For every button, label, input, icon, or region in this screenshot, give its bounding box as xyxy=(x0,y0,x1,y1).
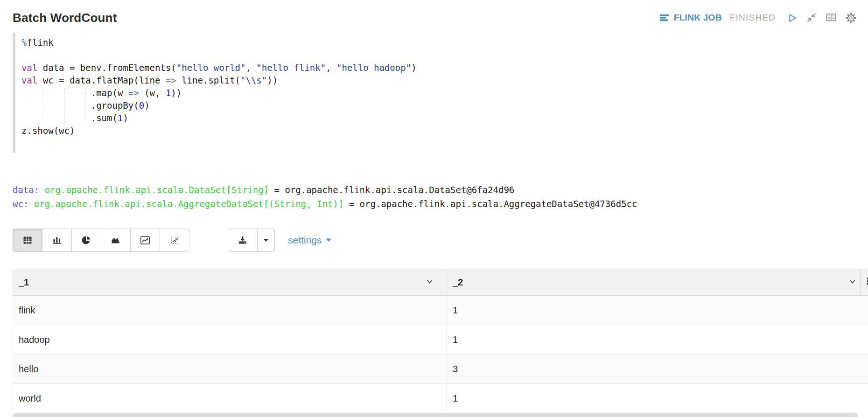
code-line: val data = benv.fromElements("hello worl… xyxy=(21,62,858,74)
output-line: wc: org.apache.flink.api.scala.Aggregate… xyxy=(13,197,858,211)
collapse-editor-icon[interactable] xyxy=(806,12,817,23)
download-button[interactable] xyxy=(228,229,258,252)
table-icon xyxy=(22,235,33,246)
output-lines: data: org.apache.flink.api.scala.DataSet… xyxy=(13,183,858,211)
cell-count: 1 xyxy=(447,325,868,354)
paragraph: Batch WordCount FLINK JOB FINISHED xyxy=(0,0,868,417)
caret-down-icon xyxy=(263,237,269,243)
table-row: hadoop1 xyxy=(13,325,868,354)
code-line: .groupBy(0) xyxy=(21,99,858,112)
code-line: z.show(wc) xyxy=(21,125,858,137)
cell-word: world xyxy=(13,384,447,413)
chart-type-area-chart-button[interactable] xyxy=(101,229,131,252)
grid-menu-button[interactable] xyxy=(861,269,868,296)
chevron-down-icon[interactable] xyxy=(849,280,855,284)
caret-down-icon xyxy=(325,237,332,243)
cell-word: hello xyxy=(13,354,447,384)
bar-chart-icon xyxy=(51,235,63,246)
paragraph-controls: FLINK JOB FINISHED xyxy=(659,12,858,24)
run-paragraph-icon[interactable] xyxy=(786,12,798,24)
pie-chart-icon xyxy=(81,235,92,246)
cell-count: 1 xyxy=(447,384,868,413)
column-header-1[interactable]: _1 xyxy=(13,269,447,296)
horizontal-scrollbar[interactable] xyxy=(13,413,858,417)
download-icon xyxy=(237,235,248,246)
status-badge: FINISHED xyxy=(730,13,776,23)
chart-type-table-button[interactable] xyxy=(13,229,42,252)
cell-count: 3 xyxy=(447,354,868,384)
paragraph-title: Batch WordCount xyxy=(13,11,117,25)
code-line: .sum(1) xyxy=(21,112,858,125)
result-table: _1 _2 xyxy=(13,269,868,413)
settings-toggle[interactable]: settings xyxy=(288,235,332,246)
result-table-head: _1 _2 xyxy=(13,269,868,296)
code-line: %flink xyxy=(21,36,858,49)
code-editor[interactable]: %flink val data = benv.fromElements("hel… xyxy=(13,33,858,153)
open-book-icon[interactable] xyxy=(825,12,837,23)
flink-job-link[interactable]: FLINK JOB xyxy=(659,12,722,23)
table-row: flink1 xyxy=(13,296,868,325)
chart-type-bar-chart-button[interactable] xyxy=(42,229,72,252)
paragraph-header: Batch WordCount FLINK JOB FINISHED xyxy=(13,7,858,28)
chevron-down-icon[interactable] xyxy=(427,280,433,284)
job-list-icon xyxy=(659,12,670,23)
chart-type-pie-chart-button[interactable] xyxy=(71,229,101,252)
cell-word: flink xyxy=(13,296,447,325)
chart-type-group xyxy=(13,229,189,252)
code-line: .map(w => (w, 1)) xyxy=(21,87,858,99)
hamburger-menu-icon xyxy=(866,277,868,285)
result-table-body: flink1hadoop1hello3world1 xyxy=(13,296,868,413)
table-row: world1 xyxy=(13,384,868,413)
chart-type-line-chart-button[interactable] xyxy=(130,229,160,252)
area-chart-icon xyxy=(110,235,121,246)
settings-label: settings xyxy=(288,235,322,246)
interpreter-output: data: org.apache.flink.api.scala.DataSet… xyxy=(13,183,858,211)
cell-word: hadoop xyxy=(13,325,447,354)
column-header-label: _1 xyxy=(19,277,29,287)
line-chart-icon xyxy=(140,235,151,246)
scatter-chart-icon xyxy=(169,235,180,246)
column-header-2[interactable]: _2 xyxy=(447,269,861,296)
column-header-label: _2 xyxy=(453,277,463,287)
code-lines: %flink val data = benv.fromElements("hel… xyxy=(21,36,858,137)
output-line: data: org.apache.flink.api.scala.DataSet… xyxy=(13,183,858,197)
visualization-toolbar: settings xyxy=(13,229,858,252)
download-options-button[interactable] xyxy=(257,229,275,252)
job-label: FLINK JOB xyxy=(674,13,722,23)
chart-type-scatter-chart-button[interactable] xyxy=(160,229,189,252)
table-row: hello3 xyxy=(13,354,868,384)
code-line: val wc = data.flatMap(line => line.split… xyxy=(21,74,858,87)
code-line xyxy=(21,49,858,62)
download-group xyxy=(228,229,275,252)
gear-settings-icon[interactable] xyxy=(845,12,857,24)
cell-count: 1 xyxy=(447,296,868,325)
